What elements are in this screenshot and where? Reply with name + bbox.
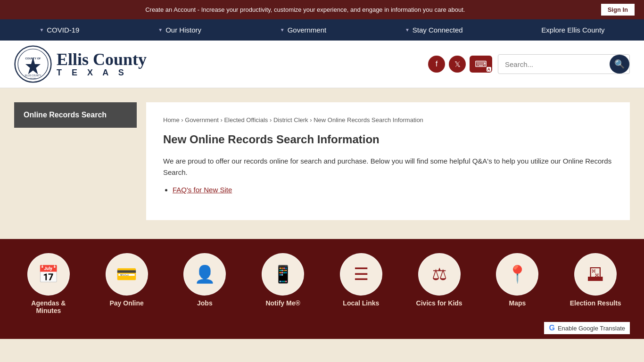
footer-item-civics[interactable]: ⚖ Civics for Kids bbox=[406, 253, 472, 314]
search-input[interactable] bbox=[498, 57, 607, 72]
footer-item-maps[interactable]: 📍 Maps bbox=[484, 253, 550, 314]
facebook-icon[interactable]: f bbox=[428, 56, 445, 73]
maps-label: Maps bbox=[509, 299, 526, 307]
civics-icon: ⚖ bbox=[418, 253, 461, 296]
svg-text:ELLIS COUNTY: ELLIS COUNTY bbox=[25, 74, 41, 77]
page-body: We are proud to offer our records online… bbox=[163, 156, 613, 178]
content-area: Online Records Search Home › Government … bbox=[0, 88, 644, 239]
breadcrumb-district-clerk[interactable]: District Clerk bbox=[273, 116, 308, 123]
nav-item-our-history[interactable]: ▼ Our History bbox=[153, 19, 206, 41]
breadcrumb-sep-4: › bbox=[310, 116, 314, 123]
search-area: 🔍 bbox=[498, 54, 630, 74]
search-button[interactable]: 🔍 bbox=[610, 55, 629, 74]
nav-arrow-covid19: ▼ bbox=[39, 27, 44, 33]
page-title: New Online Records Search Information bbox=[163, 133, 613, 146]
google-translate-label: Enable Google Translate bbox=[558, 325, 625, 332]
footer-item-local-links[interactable]: ☰ Local Links bbox=[328, 253, 394, 314]
pay-online-icon: 💳 bbox=[106, 253, 148, 296]
svg-text:TEXAS: TEXAS bbox=[30, 77, 36, 80]
footer-bottom: G Enable Google Translate bbox=[9, 319, 635, 334]
main-nav: ▼ COVID-19 ▼ Our History ▼ Government ▼ … bbox=[0, 19, 644, 41]
faq-link[interactable]: FAQ's for New Site bbox=[173, 186, 232, 194]
agendas-label: Agendas &Minutes bbox=[31, 299, 66, 314]
top-bar: Create an Account - Increase your produc… bbox=[0, 0, 644, 19]
agendas-icon: 📅 bbox=[27, 253, 70, 296]
sidebar: Online Records Search bbox=[14, 102, 137, 220]
social-icons: f 𝕏 ⌨ A bbox=[428, 56, 492, 73]
breadcrumb-government[interactable]: Government bbox=[185, 116, 219, 123]
jobs-icon: 👤 bbox=[183, 253, 226, 296]
local-links-icon: ☰ bbox=[340, 253, 382, 296]
twitter-icon[interactable]: 𝕏 bbox=[449, 56, 466, 73]
header-right: f 𝕏 ⌨ A 🔍 bbox=[428, 54, 630, 74]
faq-link-item: FAQ's for New Site bbox=[173, 186, 613, 194]
nav-item-explore[interactable]: Explore Ellis County bbox=[537, 19, 609, 41]
breadcrumb-sep-3: › bbox=[270, 116, 273, 123]
language-translate-icon[interactable]: ⌨ A bbox=[470, 56, 492, 73]
footer-item-pay-online[interactable]: 💳 Pay Online bbox=[94, 253, 160, 314]
nav-item-stay-connected[interactable]: ▼ Stay Connected bbox=[400, 19, 468, 41]
footer-item-jobs[interactable]: 👤 Jobs bbox=[172, 253, 238, 314]
footer-item-notify-me[interactable]: 📱 Notify Me® bbox=[250, 253, 316, 314]
sign-in-button[interactable]: Sign In bbox=[601, 4, 635, 16]
footer-item-agendas[interactable]: 📅 Agendas &Minutes bbox=[16, 253, 82, 314]
election-results-label: Election Results bbox=[570, 299, 621, 307]
main-content: Home › Government › Elected Officials › … bbox=[146, 102, 630, 220]
civics-label: Civics for Kids bbox=[416, 299, 462, 307]
footer-item-election-results[interactable]: 🗳 Election Results bbox=[562, 253, 628, 314]
notify-me-label: Notify Me® bbox=[265, 299, 300, 307]
local-links-label: Local Links bbox=[343, 299, 379, 307]
maps-icon: 📍 bbox=[496, 253, 538, 296]
election-results-icon: 🗳 bbox=[574, 253, 617, 296]
nav-arrow-government: ▼ bbox=[280, 27, 285, 33]
county-seal: COUNTY OF ELLIS COUNTY TEXAS bbox=[14, 45, 52, 83]
site-footer: 📅 Agendas &Minutes 💳 Pay Online 👤 Jobs 📱… bbox=[0, 239, 644, 339]
breadcrumb-home[interactable]: Home bbox=[163, 116, 180, 123]
footer-icons: 📅 Agendas &Minutes 💳 Pay Online 👤 Jobs 📱… bbox=[9, 253, 635, 314]
top-bar-message: Create an Account - Increase your produc… bbox=[9, 6, 601, 13]
nav-arrow-history: ▼ bbox=[158, 27, 163, 33]
pay-online-label: Pay Online bbox=[109, 299, 143, 307]
site-header: COUNTY OF ELLIS COUNTY TEXAS Ellis Count… bbox=[0, 41, 644, 88]
nav-item-covid19[interactable]: ▼ COVID-19 bbox=[34, 19, 84, 41]
nav-item-government[interactable]: ▼ Government bbox=[275, 19, 331, 41]
notify-me-icon: 📱 bbox=[262, 253, 304, 296]
site-title: Ellis County bbox=[57, 51, 147, 68]
google-translate-button[interactable]: G Enable Google Translate bbox=[544, 322, 630, 334]
logo-text: Ellis County T E X A S bbox=[57, 51, 147, 78]
google-g-icon: G bbox=[549, 324, 554, 332]
breadcrumb-elected-officials[interactable]: Elected Officials bbox=[224, 116, 268, 123]
jobs-label: Jobs bbox=[197, 299, 213, 307]
logo-area: COUNTY OF ELLIS COUNTY TEXAS Ellis Count… bbox=[14, 45, 147, 83]
sidebar-item-online-records[interactable]: Online Records Search bbox=[14, 102, 137, 128]
site-subtitle: T E X A S bbox=[57, 68, 147, 78]
nav-arrow-stay-connected: ▼ bbox=[405, 27, 410, 33]
breadcrumb: Home › Government › Elected Officials › … bbox=[163, 116, 613, 123]
breadcrumb-current: New Online Records Search Information bbox=[314, 116, 423, 123]
